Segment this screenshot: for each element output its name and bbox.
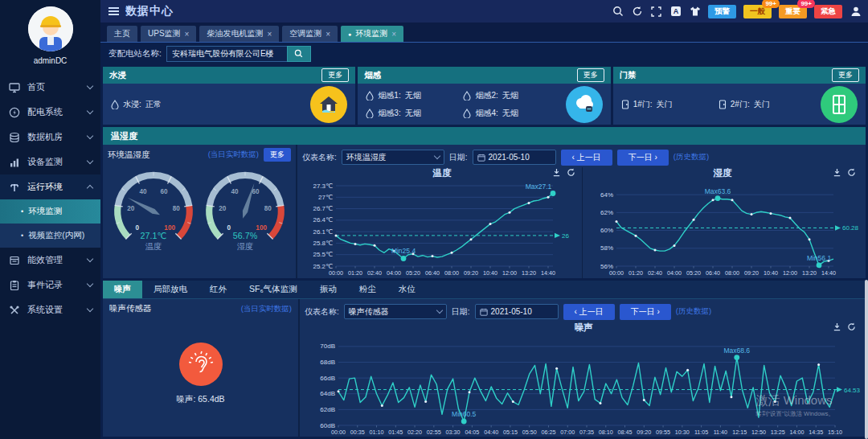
gauge-panel-title: 环境温湿度 xyxy=(108,150,203,161)
next-day-button[interactable]: 下一日 › xyxy=(617,150,669,166)
clipboard-icon xyxy=(8,279,21,292)
water-more-button[interactable]: 更多 xyxy=(321,68,349,82)
menu-toggle-icon[interactable] xyxy=(108,7,119,15)
dashboard-content: 水浸更多 水浸: 正常 xyxy=(100,64,868,439)
sidebar-item-power-distribution[interactable]: 配电系统 xyxy=(0,100,100,125)
svg-text:02:40: 02:40 xyxy=(648,269,662,277)
svg-text:0: 0 xyxy=(136,224,140,232)
humidity-chart-box: 湿度 56%58%60%62%64%00:0001:2002:4004:0005… xyxy=(582,167,862,278)
sidebar-item-data-room[interactable]: 数据机房 xyxy=(0,125,100,150)
tab-environment-monitoring[interactable]: ●环境监测× xyxy=(341,26,403,42)
noise-chart-box: 噪声 60dB62dB64dB66dB68dB70dB00:0000:3501:… xyxy=(305,322,862,437)
user-icon[interactable] xyxy=(850,6,862,18)
tab-hvac-monitoring[interactable]: 空调监测× xyxy=(282,26,338,42)
tab-home[interactable]: 主页 xyxy=(107,26,137,42)
sidebar-item-device-monitoring[interactable]: 设备监测 xyxy=(0,150,100,174)
avatar-image xyxy=(28,6,73,51)
station-search-input[interactable] xyxy=(166,46,287,62)
svg-text:62%: 62% xyxy=(600,209,613,216)
download-icon[interactable] xyxy=(552,168,561,177)
avatar[interactable] xyxy=(28,6,73,51)
svg-text:40: 40 xyxy=(231,188,240,195)
door-panel-title: 门禁 xyxy=(620,70,832,81)
temperature-gauge: 02040608010027.1℃温度 xyxy=(108,162,199,268)
svg-text:60.28: 60.28 xyxy=(842,224,859,232)
vertical-scrollbar[interactable] xyxy=(865,280,868,439)
close-icon[interactable]: × xyxy=(267,30,272,39)
sidebar-item-label: 事件记录 xyxy=(27,279,88,291)
temperature-line-chart: 25.2℃25.5℃25.8℃26.1℃26.4℃26.7℃27℃27.3℃00… xyxy=(302,180,585,278)
door-small-icon xyxy=(719,100,727,109)
chevron-down-icon xyxy=(87,83,93,89)
svg-text:58%: 58% xyxy=(600,244,613,252)
tab-infrared[interactable]: 红外 xyxy=(199,281,238,298)
svg-text:60%: 60% xyxy=(600,227,613,234)
search-icon[interactable] xyxy=(612,6,624,18)
svg-text:09:55: 09:55 xyxy=(656,429,670,436)
previous-day-button[interactable]: ‹ 上一日 xyxy=(563,304,615,320)
sidebar-item-home[interactable]: 首页 xyxy=(0,75,100,100)
tab-water-level[interactable]: 水位 xyxy=(387,281,427,298)
smoke-detector-icon xyxy=(566,86,603,123)
alert-badge-urgent[interactable]: 紧急 xyxy=(814,5,842,18)
svg-text:04:00: 04:00 xyxy=(387,269,401,277)
fullscreen-icon[interactable] xyxy=(650,6,662,18)
svg-text:14:40: 14:40 xyxy=(821,269,836,277)
svg-text:25.8℃: 25.8℃ xyxy=(313,240,333,247)
refresh-icon[interactable] xyxy=(567,168,575,177)
chevron-down-icon xyxy=(87,256,93,262)
svg-text:05:20: 05:20 xyxy=(686,269,701,277)
door-icon xyxy=(821,86,858,123)
alert-badge-general[interactable]: 一般99+ xyxy=(743,5,772,18)
sidebar-group-environment: 运行环境 • 环境监测 • 视频监控(内网) xyxy=(0,174,100,248)
translate-icon[interactable]: A xyxy=(669,6,682,18)
noise-reading-value: 65.4dB xyxy=(198,394,224,404)
meter-select[interactable]: 噪声传感器 xyxy=(344,304,447,319)
tab-sf6-gas[interactable]: SF₆气体监测 xyxy=(238,281,309,298)
close-icon[interactable]: × xyxy=(185,30,190,39)
sidebar-item-energy-management[interactable]: 能效管理 xyxy=(0,248,100,273)
smoke-more-button[interactable]: 更多 xyxy=(577,68,604,82)
download-icon[interactable] xyxy=(833,322,841,331)
sidebar-item-video-surveillance[interactable]: • 视频监控(内网) xyxy=(0,224,100,248)
refresh-icon[interactable] xyxy=(847,168,856,177)
date-input[interactable]: 2021-05-10 xyxy=(475,304,559,319)
history-data-link[interactable]: (历史数据) xyxy=(676,306,711,317)
door-more-button[interactable]: 更多 xyxy=(832,68,859,82)
svg-text:Max27.1: Max27.1 xyxy=(526,183,552,191)
date-input[interactable]: 2021-05-10 xyxy=(473,150,556,165)
tab-dust[interactable]: 粉尘 xyxy=(348,281,387,298)
svg-text:100: 100 xyxy=(256,224,267,232)
sidebar-nav: 首页 配电系统 数据机房 设备监测 运行环境 xyxy=(0,75,100,439)
station-search-row: 变配电站名称: xyxy=(100,43,868,64)
svg-text:05:50: 05:50 xyxy=(522,429,537,436)
gauge-more-button[interactable]: 更多 xyxy=(264,148,291,162)
svg-text:15:10: 15:10 xyxy=(828,429,842,436)
bar-chart-icon xyxy=(8,156,21,169)
tab-diesel-generator-monitoring[interactable]: 柴油发电机监测× xyxy=(199,26,279,42)
environment-monitoring-dashboard: adminDC 首页 配电系统 数据机房 设备监测 xyxy=(0,0,868,439)
meter-select[interactable]: 环境温湿度 xyxy=(342,150,444,165)
theme-icon[interactable] xyxy=(689,6,701,18)
svg-text:00:00: 00:00 xyxy=(329,269,343,277)
sidebar-item-system-settings[interactable]: 系统设置 xyxy=(0,297,100,322)
close-icon[interactable]: × xyxy=(391,30,396,39)
refresh-icon[interactable] xyxy=(847,322,856,331)
refresh-icon[interactable] xyxy=(631,6,643,18)
station-search-button[interactable] xyxy=(287,46,311,62)
tab-partial-discharge[interactable]: 局部放电 xyxy=(142,281,199,298)
sidebar-item-event-log[interactable]: 事件记录 xyxy=(0,273,100,297)
tab-noise[interactable]: 噪声 xyxy=(103,281,142,298)
sidebar-item-operating-environment[interactable]: 运行环境 xyxy=(0,174,100,199)
tab-ups-monitoring[interactable]: UPS监测× xyxy=(141,26,196,42)
alert-badge-important[interactable]: 重要99+ xyxy=(779,5,807,18)
download-icon[interactable] xyxy=(833,168,841,177)
next-day-button[interactable]: 下一日 › xyxy=(620,304,671,320)
history-data-link[interactable]: (历史数据) xyxy=(674,152,709,162)
sidebar-item-environment-monitoring[interactable]: • 环境监测 xyxy=(0,199,100,224)
alert-badge-warning[interactable]: 预警 xyxy=(708,5,736,18)
previous-day-button[interactable]: ‹ 上一日 xyxy=(561,150,612,166)
tab-vibration[interactable]: 振动 xyxy=(309,281,348,298)
close-icon[interactable]: × xyxy=(326,30,330,39)
noise-reading: 噪声: 65.4dB xyxy=(176,394,224,405)
